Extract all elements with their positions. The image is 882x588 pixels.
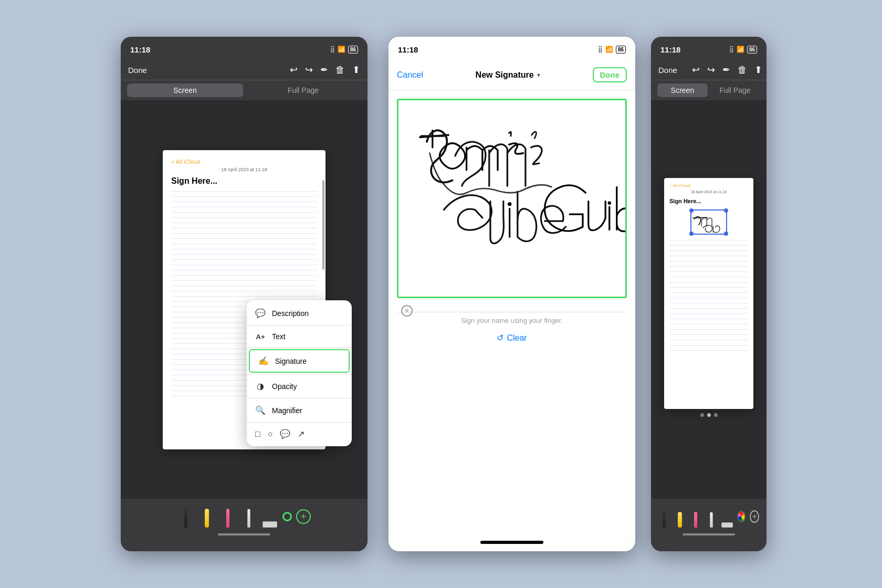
trash-icon[interactable]: 🗑 [335, 65, 345, 76]
signature-icon: ✍️ [258, 356, 269, 366]
doc-scrollbar [322, 180, 324, 270]
right-notes-lines [669, 240, 748, 351]
tool-white-eraser[interactable] [240, 504, 257, 529]
arrow-shape-icon[interactable]: ↗ [298, 429, 304, 439]
share-icon[interactable]: ⬆ [352, 64, 360, 76]
sig-title-row: New Signature ▾ [423, 70, 593, 80]
left-status-icons: ⣿ 📶 86 [330, 46, 358, 54]
handle-tl[interactable] [689, 208, 694, 213]
right-redo-icon[interactable]: ↪ [707, 64, 715, 76]
tool-black-pen[interactable] [177, 504, 194, 529]
add-tool-button[interactable]: + [296, 509, 311, 524]
tool-yellow-highlighter[interactable] [198, 504, 215, 529]
popup-description[interactable]: 💬 Description [247, 302, 352, 324]
handle-br[interactable] [724, 232, 728, 236]
right-notes-date: 18 April 2023 at 11:18 [669, 190, 748, 194]
right-share-icon[interactable]: ⬆ [754, 64, 762, 76]
notes-title: Sign Here... [171, 176, 317, 186]
sig-draw-area[interactable]: ✕ Sign your name using your finger. ↺ Cl… [388, 90, 635, 536]
svg-point-1 [508, 202, 512, 206]
tools-row: + [121, 499, 368, 531]
pen-icon[interactable]: ✒ [320, 64, 328, 76]
right-screen-tab[interactable]: Screen [657, 83, 708, 97]
right-add-tool-button[interactable]: + [750, 510, 759, 523]
rect-shape-icon[interactable]: □ [255, 429, 260, 439]
color-picker[interactable] [282, 512, 292, 521]
sig-chevron-icon: ▾ [537, 71, 540, 79]
right-status-bar: 11:18 ⣿ 📶 86 [651, 37, 766, 60]
clear-button[interactable]: ↺ Clear [497, 333, 527, 343]
page-dots [700, 409, 718, 421]
right-fullpage-tab[interactable]: Full Page [710, 83, 760, 97]
fullpage-tab[interactable]: Full Page [245, 83, 361, 97]
tool-pink-pen[interactable] [219, 504, 236, 529]
r-line-2 [669, 245, 748, 246]
redo-icon[interactable]: ↪ [305, 64, 313, 76]
popup-signature[interactable]: ✍️ Signature [249, 349, 350, 373]
r-line-18 [669, 329, 748, 330]
right-bottom-tools: + [651, 499, 766, 551]
right-done-button[interactable]: Done [658, 66, 677, 75]
tool-ruler[interactable] [261, 504, 278, 529]
sig-done-button[interactable]: Done [593, 67, 627, 82]
r-line-1 [669, 240, 748, 240]
sig-separator-line: ✕ [397, 312, 627, 312]
description-label: Description [272, 309, 309, 318]
left-panel: 11:18 ⣿ 📶 86 Done ↩ ↪ ✒ 🗑 ⬆ Screen Full … [121, 37, 368, 551]
opacity-icon: ◑ [255, 381, 266, 391]
line-10 [171, 238, 317, 239]
signature-placement [669, 209, 748, 236]
sig-placed-box [690, 209, 727, 235]
line-9 [171, 233, 317, 234]
popup-divider-2 [247, 348, 352, 348]
right-tool-yellow[interactable] [674, 504, 686, 529]
popup-magnifier[interactable]: 🔍 Magnifier [247, 400, 352, 421]
r-line-20 [669, 340, 748, 340]
cancel-button[interactable]: Cancel [397, 70, 423, 80]
sig-hint-area: ✕ Sign your name using your finger. ↺ Cl… [388, 307, 635, 348]
right-tool-white[interactable] [706, 504, 717, 529]
popup-menu: 💬 Description A+ Text ✍️ Signature ◑ Opa… [247, 300, 352, 446]
r-line-4 [669, 256, 748, 256]
handle-bl[interactable] [689, 232, 694, 236]
line-19 [171, 286, 317, 286]
popup-opacity[interactable]: ◑ Opacity [247, 375, 352, 397]
line-21 [171, 296, 317, 297]
grid-icon: ⣿ [330, 46, 335, 53]
line-12 [171, 249, 317, 249]
sig-title: New Signature [476, 70, 534, 80]
right-back-link[interactable]: < All iCloud [669, 183, 748, 188]
text-label: Text [272, 332, 286, 341]
signature-panel: 11:18 ⣿ 📶 86 Cancel New Signature ▾ Done [388, 37, 635, 551]
right-pen-icon[interactable]: ✒ [722, 64, 730, 76]
done-button[interactable]: Done [128, 66, 147, 75]
r-line-11 [669, 292, 748, 293]
opacity-label: Opacity [272, 382, 297, 391]
popup-text[interactable]: A+ Text [247, 327, 352, 346]
sig-wifi-icon: 📶 [605, 46, 613, 53]
magnifier-label: Magnifier [272, 406, 302, 415]
right-color-picker[interactable] [737, 511, 746, 522]
right-tool-ruler[interactable] [721, 504, 733, 529]
screen-tab[interactable]: Screen [127, 83, 243, 97]
circle-shape-icon[interactable]: ○ [268, 429, 273, 439]
sig-hint-text: Sign your name using your finger. [461, 317, 563, 324]
right-trash-icon[interactable]: 🗑 [738, 65, 747, 76]
back-link[interactable]: < All iCloud [171, 159, 317, 165]
sig-status-bar: 11:18 ⣿ 📶 86 [388, 37, 635, 60]
right-undo-icon[interactable]: ↩ [692, 64, 700, 76]
bubble-shape-icon[interactable]: 💬 [280, 429, 290, 439]
right-tool-black[interactable] [658, 504, 670, 529]
popup-divider-3 [247, 374, 352, 374]
handle-tr[interactable] [724, 208, 728, 213]
popup-shapes-row: □ ○ 💬 ↗ [247, 424, 352, 444]
magnifier-icon: 🔍 [255, 405, 266, 415]
popup-divider-1 [247, 325, 352, 326]
right-tool-pink[interactable] [690, 504, 701, 529]
undo-icon[interactable]: ↩ [290, 64, 298, 76]
right-toolbar: Done ↩ ↪ ✒ 🗑 ⬆ [651, 60, 766, 80]
sig-canvas[interactable] [397, 99, 627, 298]
home-indicator [218, 533, 270, 536]
sig-status-icons: ⣿ 📶 86 [598, 46, 626, 54]
battery-indicator: 86 [348, 46, 358, 54]
